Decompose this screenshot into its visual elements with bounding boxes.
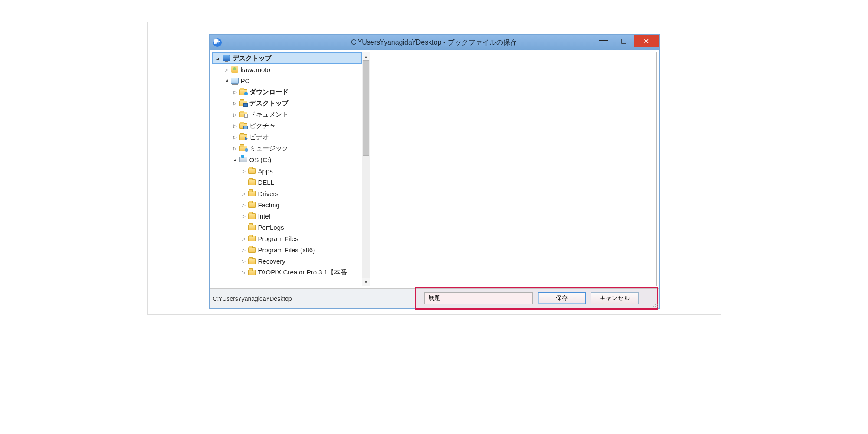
folder-icon bbox=[248, 223, 256, 231]
tree-item-label: デスクトップ bbox=[249, 99, 288, 108]
titlebar[interactable]: MY C:¥Users¥yanagida¥Desktop - ブックファイルの保… bbox=[210, 35, 659, 50]
scroll-up-button[interactable]: ▴ bbox=[362, 52, 370, 60]
tree-item[interactable]: ▷デスクトップ bbox=[212, 98, 362, 109]
chevron-right-icon[interactable]: ▷ bbox=[241, 248, 247, 252]
chevron-down-icon[interactable]: ◢ bbox=[232, 157, 238, 162]
svg-point-5 bbox=[655, 306, 656, 307]
tree-item-label: PerfLogs bbox=[258, 224, 284, 231]
app-icon: MY bbox=[213, 38, 222, 47]
folder-icon bbox=[248, 257, 256, 265]
svg-point-3 bbox=[655, 304, 656, 305]
folder-tree[interactable]: ◢デスクトップ▷kawamoto◢PC▷ダウンロード▷デスクトップ▷ドキュメント… bbox=[212, 52, 362, 286]
action-highlight-box: 保存 キャンセル bbox=[415, 287, 658, 310]
chevron-right-icon[interactable]: ▷ bbox=[232, 90, 238, 95]
chevron-right-icon[interactable]: ▷ bbox=[241, 214, 247, 219]
chevron-right-icon[interactable]: ▷ bbox=[232, 146, 238, 151]
chevron-right-icon[interactable]: ▷ bbox=[241, 270, 247, 275]
tree-item-label: PC bbox=[241, 77, 250, 85]
chevron-right-icon[interactable]: ▷ bbox=[241, 191, 247, 196]
tree-item[interactable]: ▷ダウンロード bbox=[212, 86, 362, 98]
folder-doc-icon bbox=[239, 111, 248, 118]
chevron-right-icon[interactable]: ▷ bbox=[232, 101, 238, 106]
chevron-right-icon[interactable]: ▷ bbox=[223, 67, 229, 72]
chevron-right-icon[interactable]: ▷ bbox=[241, 236, 247, 241]
chevron-down-icon[interactable]: ◢ bbox=[215, 56, 221, 60]
tree-item-label: Drivers bbox=[258, 190, 279, 197]
folder-dsk-icon bbox=[239, 99, 248, 107]
tree-item-label: ドキュメント bbox=[249, 111, 288, 119]
save-button[interactable]: 保存 bbox=[538, 292, 586, 304]
folder-icon bbox=[248, 167, 256, 175]
folder-dl-icon bbox=[239, 88, 248, 96]
folder-icon bbox=[248, 212, 256, 220]
tree-item-label: Program Files (x86) bbox=[258, 246, 315, 254]
file-list-pane[interactable] bbox=[373, 52, 657, 286]
cancel-button[interactable]: キャンセル bbox=[591, 292, 639, 304]
scroll-thumb[interactable] bbox=[363, 60, 369, 156]
tree-item[interactable]: ◢デスクトップ bbox=[212, 52, 362, 64]
folder-pic-icon bbox=[239, 122, 248, 130]
folder-icon bbox=[248, 246, 256, 254]
chevron-right-icon[interactable]: ▷ bbox=[232, 112, 238, 117]
chevron-right-icon[interactable]: ▷ bbox=[241, 169, 247, 173]
chevron-right-icon[interactable]: ▷ bbox=[241, 259, 247, 264]
tree-item[interactable]: PerfLogs bbox=[212, 222, 362, 233]
tree-item-label: Recovery bbox=[258, 258, 285, 265]
tree-item[interactable]: ▷ピクチャ bbox=[212, 120, 362, 131]
resize-grip-icon[interactable] bbox=[653, 302, 658, 307]
tree-item[interactable]: ▷kawamoto bbox=[212, 64, 362, 75]
svg-point-2 bbox=[657, 304, 658, 305]
tree-item[interactable]: ▷ドキュメント bbox=[212, 109, 362, 120]
folder-icon bbox=[248, 268, 256, 276]
tree-item[interactable]: DELL bbox=[212, 176, 362, 188]
folder-icon bbox=[248, 235, 256, 242]
tree-item-label: Intel bbox=[258, 212, 270, 220]
folder-icon bbox=[248, 178, 256, 186]
minimize-button[interactable]: — bbox=[594, 35, 614, 47]
window-title: C:¥Users¥yanagida¥Desktop - ブックファイルの保存 bbox=[351, 38, 517, 47]
filename-input[interactable] bbox=[424, 292, 533, 304]
tree-item[interactable]: ▷Program Files (x86) bbox=[212, 244, 362, 255]
drive-icon bbox=[239, 156, 248, 163]
tree-item[interactable]: ◢PC bbox=[212, 75, 362, 86]
close-button[interactable]: ✕ bbox=[634, 35, 659, 47]
save-dialog-window: MY C:¥Users¥yanagida¥Desktop - ブックファイルの保… bbox=[209, 34, 660, 309]
svg-point-1 bbox=[657, 303, 658, 303]
folder-icon bbox=[248, 189, 256, 197]
scroll-down-button[interactable]: ▾ bbox=[362, 278, 370, 286]
tree-item-label: ダウンロード bbox=[249, 88, 288, 96]
tree-item-label: ビデオ bbox=[249, 133, 269, 141]
tree-item[interactable]: ▷FacImg bbox=[212, 199, 362, 210]
tree-item[interactable]: ▷TAOPIX Creator Pro 3.1【本番 bbox=[212, 267, 362, 278]
tree-item[interactable]: ▷ミュージック bbox=[212, 143, 362, 154]
tree-scrollbar[interactable]: ▴ ▾ bbox=[362, 52, 370, 286]
tree-item[interactable]: ▷Intel bbox=[212, 210, 362, 222]
tree-item-label: ミュージック bbox=[249, 144, 288, 153]
current-path-label: C:¥Users¥yanagida¥Desktop bbox=[213, 295, 292, 302]
tree-item-label: DELL bbox=[258, 179, 275, 186]
chevron-right-icon[interactable]: ▷ bbox=[232, 124, 238, 128]
tree-item-label: ピクチャ bbox=[249, 122, 275, 130]
maximize-icon bbox=[621, 39, 626, 44]
tree-item[interactable]: ▷Drivers bbox=[212, 188, 362, 199]
window-controls: — ✕ bbox=[594, 35, 659, 47]
statusbar: C:¥Users¥yanagida¥Desktop 保存 キャンセル bbox=[210, 288, 659, 308]
tree-item[interactable]: ▷Recovery bbox=[212, 255, 362, 267]
tree-item[interactable]: ▷Apps bbox=[212, 165, 362, 176]
tree-item[interactable]: ◢OS (C:) bbox=[212, 154, 362, 165]
tree-item-label: OS (C:) bbox=[249, 156, 272, 163]
chevron-right-icon[interactable]: ▷ bbox=[232, 135, 238, 140]
tree-item[interactable]: ▷ビデオ bbox=[212, 131, 362, 143]
maximize-button[interactable] bbox=[614, 35, 634, 47]
tree-item-label: デスクトップ bbox=[233, 54, 272, 62]
svg-point-4 bbox=[657, 306, 658, 307]
tree-item-label: Apps bbox=[258, 167, 273, 175]
window-body: ◢デスクトップ▷kawamoto◢PC▷ダウンロード▷デスクトップ▷ドキュメント… bbox=[210, 50, 659, 288]
chevron-right-icon[interactable]: ▷ bbox=[241, 202, 247, 207]
tree-item[interactable]: ▷Program Files bbox=[212, 233, 362, 244]
chevron-down-icon[interactable]: ◢ bbox=[223, 78, 229, 83]
monitor-icon bbox=[222, 54, 231, 62]
svg-rect-0 bbox=[622, 39, 626, 43]
folder-vid-icon bbox=[239, 133, 248, 141]
tree-item-label: kawamoto bbox=[241, 66, 270, 73]
